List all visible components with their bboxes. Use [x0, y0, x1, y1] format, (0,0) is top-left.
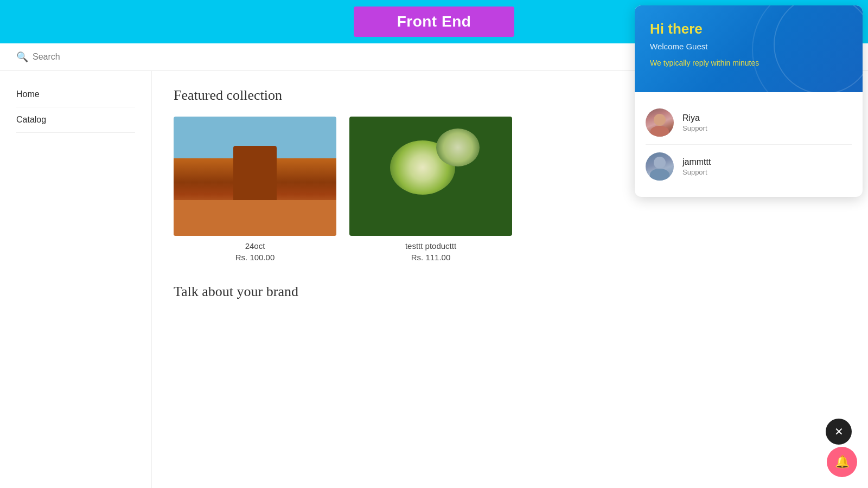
- agent-name-riya: Riya: [682, 113, 707, 123]
- agent-role-riya: Support: [682, 124, 707, 132]
- nav-item-home[interactable]: Home: [16, 82, 135, 107]
- agent-item-riya[interactable]: Riya Support: [646, 101, 852, 145]
- brand-heading: Talk about your brand: [174, 284, 846, 300]
- product-price-1: Rs. 100.00: [174, 253, 336, 262]
- agent-info-riya: Riya Support: [682, 113, 707, 132]
- avatar-riya: [646, 108, 674, 137]
- product-image-1: [174, 117, 336, 236]
- search-icon: 🔍: [16, 51, 28, 63]
- site-title-box: Front End: [354, 7, 515, 37]
- agent-name-jammttt: jammttt: [682, 157, 711, 167]
- agent-info-jammttt: jammttt Support: [682, 157, 711, 176]
- chat-greeting: Hi there: [650, 21, 847, 37]
- agent-role-jammttt: Support: [682, 168, 711, 176]
- notification-button[interactable]: 🔔: [827, 447, 857, 477]
- site-title: Front End: [397, 13, 471, 30]
- product-card-1[interactable]: 24oct Rs. 100.00: [174, 117, 336, 262]
- product-image-2: [349, 117, 512, 236]
- chat-agents-list: Riya Support jammttt Support: [635, 92, 863, 197]
- brand-section: Talk about your brand: [174, 284, 846, 300]
- agent-item-jammttt[interactable]: jammttt Support: [646, 145, 852, 188]
- avatar-jammttt: [646, 152, 674, 181]
- sidebar: Home Catalog: [0, 71, 152, 488]
- close-button[interactable]: ✕: [826, 419, 852, 445]
- chat-reply-time: We typically reply within minutes: [650, 59, 847, 67]
- chat-panel: Hi there Welcome Guest We typically repl…: [635, 5, 863, 197]
- search-input[interactable]: [33, 52, 195, 62]
- product-price-2: Rs. 111.00: [349, 253, 512, 262]
- chat-header: Hi there Welcome Guest We typically repl…: [635, 5, 863, 92]
- product-card-2[interactable]: testtt ptoducttt Rs. 111.00: [349, 117, 512, 262]
- product-name-1: 24oct: [174, 241, 336, 251]
- nav-item-catalog[interactable]: Catalog: [16, 107, 135, 133]
- product-name-2: testtt ptoducttt: [349, 241, 512, 251]
- chat-welcome: Welcome Guest: [650, 42, 847, 51]
